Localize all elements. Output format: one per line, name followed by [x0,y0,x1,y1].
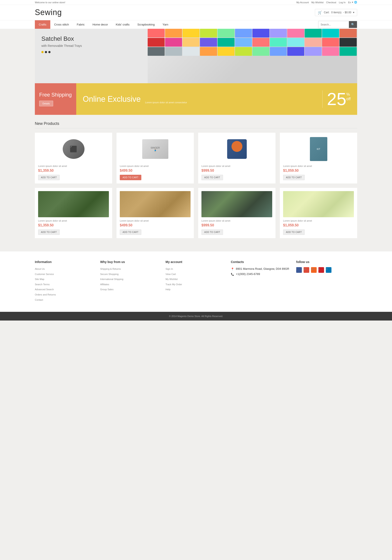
checkout-link[interactable]: Checkout [326,1,336,4]
footer-info-title: Information [35,260,96,264]
nav-item-yarn[interactable]: Yarn [158,20,172,29]
pinterest-icon[interactable]: p [318,267,324,273]
spool [165,38,182,47]
spool [305,47,322,56]
nav-item-home-decor[interactable]: Home decor [89,20,112,29]
dot-2[interactable] [45,51,47,53]
spool [270,29,287,38]
footer-link[interactable]: Affiliates [100,283,161,287]
phone-icon: 📞 [231,273,234,276]
products-grid: ⬛ Lorem ipsum dolor sit amet $1,359.50 A… [35,133,357,238]
footer-link[interactable]: Shipping & Returns [100,267,161,271]
phone-row: 📞 +1(000) 2345-6789 [231,272,292,276]
site-logo[interactable]: Sewing [35,8,62,17]
promo-lorem: Lorem ipsum dolor sit amet consectetur [145,101,318,104]
footer-link[interactable]: Site Map [35,277,96,281]
footer-link[interactable]: View Cart [166,272,226,276]
add-to-cart-button[interactable]: ADD TO CART [38,230,60,235]
login-link[interactable]: Log In [339,1,346,4]
rss-icon[interactable]: rss [311,267,317,273]
free-shipping-title: Free Shipping [39,92,72,98]
spool [305,29,322,38]
product-desc: Lorem ipsum dolor sit amet [120,220,191,222]
address-row: 📍 8901 Marmora Road, Glasgow, D04 89GR [231,267,292,271]
footer-link[interactable]: My Wishlist [166,277,226,281]
product-card: Lorem ipsum dolor sit amet $1,359.50 ADD… [35,188,112,238]
footer-link[interactable]: Advanced Search [35,288,96,291]
dot-3[interactable] [48,51,50,53]
cart-items: 0 item(s) [331,11,342,14]
lang-chevron-icon: ▾ [352,1,353,4]
dot-1[interactable] [41,51,44,53]
search-button[interactable]: 🔍 [349,21,357,28]
spool [200,29,217,38]
spool [340,38,356,47]
product-card: SINGER🧵 Lorem ipsum dolor sit amet $499.… [117,133,194,183]
search-input[interactable] [318,21,349,28]
product-card: KIT Lorem ipsum dolor sit amet $1,059.50… [280,133,357,183]
search-box[interactable]: 🔍 [318,21,357,28]
product-image: SINGER🧵 [120,136,191,162]
footer-link[interactable]: About Us [35,267,96,271]
new-products-section: New Products ⬛ Lorem ipsum dolor sit ame… [35,115,357,245]
nav-item-fabric[interactable]: Fabric [73,20,89,29]
add-to-cart-button[interactable]: ADD TO CART [120,175,141,180]
add-to-cart-button[interactable]: ADD TO CART [283,175,305,180]
footer-link[interactable]: Help [166,288,226,291]
footer-link[interactable]: Contact [35,298,96,302]
details-button[interactable]: Details [39,101,53,106]
spool [287,38,304,47]
footer-link[interactable]: Track My Order [166,283,226,287]
product-image [283,191,354,217]
cart-widget[interactable]: 🛒 Cart: 0 item(s) - $0.00 ▾ [315,9,357,16]
product-image [201,136,272,162]
facebook-icon[interactable]: f [296,267,302,273]
nav-item-kids-crafts[interactable]: Kids' crafts [112,20,134,29]
product-image: KIT [283,136,354,162]
language-selector[interactable]: En ▾ 🌐 [348,1,357,4]
footer-link[interactable]: International Shipping [100,277,161,281]
footer-phone: +1(000) 2345-6789 [236,272,260,276]
my-wishlist-link[interactable]: My Wishlist [311,1,323,4]
nav-item-scrapbooking[interactable]: Scrapbooking [134,20,159,29]
add-to-cart-button[interactable]: ADD TO CART [201,175,223,180]
add-to-cart-button[interactable]: ADD TO CART [283,230,305,235]
footer-social: follow us f g+ rss p in [296,260,357,303]
product-icon: SINGER🧵 [142,139,168,159]
my-account-link[interactable]: My Account [296,1,309,4]
thread-spools [148,29,357,83]
google-plus-icon[interactable]: g+ [304,267,309,273]
footer-link[interactable]: Secure Shopping [100,272,161,276]
add-to-cart-button[interactable]: ADD TO CART [201,230,223,235]
spool [148,29,165,38]
add-to-cart-button[interactable]: ADD TO CART [38,175,60,180]
footer-link[interactable]: Sign In [166,267,226,271]
spool [148,38,165,47]
footer-link[interactable]: Group Sales [100,288,161,291]
spool [340,47,356,56]
spool [183,29,199,38]
spool [305,38,322,47]
nav-item-cross-stitch[interactable]: Cross stitch [50,20,73,29]
lang-label: En [348,1,351,4]
footer-link[interactable]: Orders and Returns [35,293,96,297]
top-bar: Welcome to our online store! My Account … [0,0,392,5]
discount-number: 25 [327,90,346,108]
promo-free-shipping: Free Shipping Details [35,83,76,115]
footer-main: Information About Us Customer Service Si… [0,251,392,312]
footer-account: My account Sign In View Cart My Wishlist… [166,260,226,303]
spool [322,29,339,38]
footer-link[interactable]: Search Terms [35,283,96,287]
footer-address: 8901 Marmora Road, Glasgow, D04 89GR [236,267,289,270]
spool [148,47,165,56]
add-to-cart-button[interactable]: ADD TO CART [120,230,141,235]
spool [165,29,182,38]
promo-exclusive: Online Exclusive Lorem ipsum dolor sit a… [76,83,357,115]
percent-symbol: % [346,92,351,97]
nav-item-crafts[interactable]: Crafts [35,20,50,29]
spool [287,29,304,38]
site-header: Sewing 🛒 Cart: 0 item(s) - $0.00 ▾ [0,5,392,20]
footer-link[interactable]: Customer Service [35,272,96,276]
product-desc: Lorem ipsum dolor sit amet [201,165,272,167]
linkedin-icon[interactable]: in [326,267,332,273]
